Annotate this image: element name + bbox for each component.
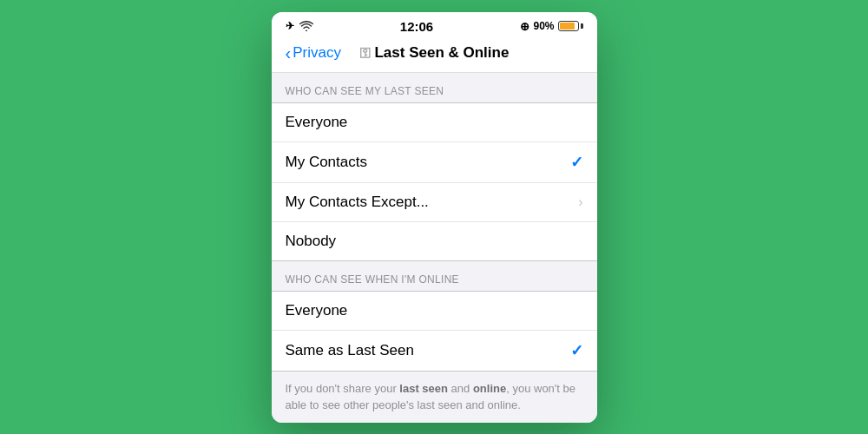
phone-content: WHO CAN SEE MY LAST SEEN Everyone My Con… [272,73,597,423]
row-label-same-as-last-seen: Same as Last Seen [286,342,414,359]
status-left: ✈ [286,20,313,32]
row-label-my-contacts: My Contacts [286,154,367,171]
back-label: Privacy [293,44,341,62]
checkmark-icon: ✓ [570,153,583,172]
back-button[interactable]: ‹ Privacy [286,44,341,62]
row-label-everyone-online: Everyone [286,302,348,319]
nav-bar: ‹ Privacy ⚿ Last Seen & Online [272,37,597,73]
row-label-my-contacts-except: My Contacts Except... [286,194,429,211]
location-icon: ⊕ [520,20,529,33]
chevron-right-icon: › [578,194,582,210]
list-item[interactable]: Everyone [272,103,597,142]
info-text: If you don't share your last seen and on… [272,372,597,423]
battery-icon [558,21,583,31]
page-title: Last Seen & Online [374,44,509,61]
row-right-checked2: ✓ [570,341,583,360]
list-item[interactable]: My Contacts Except... › [272,183,597,222]
airplane-icon: ✈ [286,20,294,32]
row-label-nobody: Nobody [286,233,337,250]
list-item[interactable]: My Contacts ✓ [272,142,597,183]
row-right-checked: ✓ [570,153,583,172]
wifi-icon [299,21,313,31]
last-seen-section: Everyone My Contacts ✓ My Contacts Excep… [272,102,597,261]
battery-pct: 90% [533,20,554,32]
back-chevron-icon: ‹ [286,44,292,62]
nav-title: ⚿ Last Seen & Online [359,44,510,62]
status-time: 12:06 [400,19,433,34]
list-item[interactable]: Same as Last Seen ✓ [272,331,597,371]
status-right: ⊕ 90% [520,20,582,33]
section-header-online: WHO CAN SEE WHEN I'M ONLINE [272,261,597,291]
bold-last-seen: last seen [399,382,448,395]
lock-icon: ⚿ [359,46,375,60]
list-item[interactable]: Everyone [272,292,597,331]
status-bar: ✈ 12:06 ⊕ 90% [272,12,597,37]
online-section: Everyone Same as Last Seen ✓ [272,291,597,372]
section-header-last-seen: WHO CAN SEE MY LAST SEEN [272,73,597,102]
bold-online: online [473,382,506,395]
list-item[interactable]: Nobody [272,222,597,260]
row-right-chevron: › [578,194,582,210]
row-label-everyone: Everyone [286,114,348,131]
checkmark-icon-2: ✓ [570,341,583,360]
